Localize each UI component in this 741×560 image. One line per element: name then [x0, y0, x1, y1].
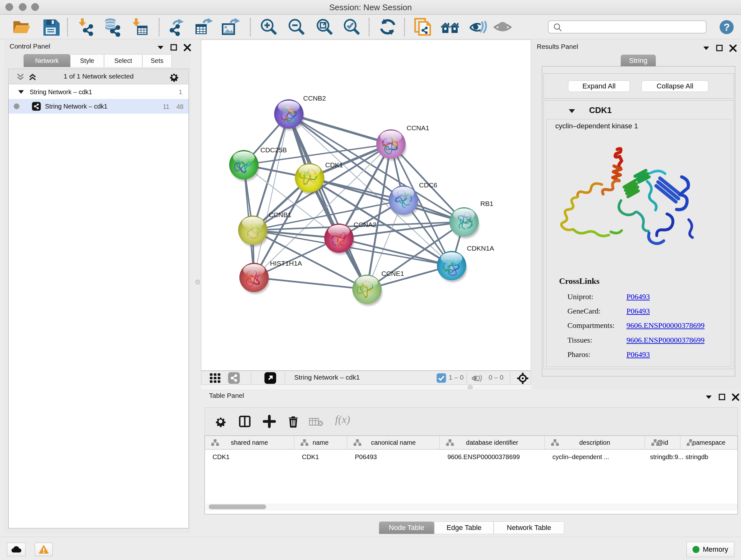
svg-text:CCNB1: CCNB1: [269, 211, 291, 219]
svg-text:CCNE1: CCNE1: [381, 270, 404, 277]
svg-text:HIST1H1A: HIST1H1A: [270, 260, 302, 267]
svg-text:CCNB2: CCNB2: [303, 95, 326, 102]
svg-text:CDC25B: CDC25B: [260, 146, 287, 153]
svg-text:CCNA1: CCNA1: [407, 124, 429, 132]
svg-text:CDKN1A: CDKN1A: [467, 245, 494, 252]
svg-text:CDC6: CDC6: [419, 181, 437, 189]
svg-text:RB1: RB1: [480, 200, 493, 207]
svg-text:CCNA2: CCNA2: [354, 221, 376, 228]
svg-text:CDK1: CDK1: [325, 161, 343, 169]
